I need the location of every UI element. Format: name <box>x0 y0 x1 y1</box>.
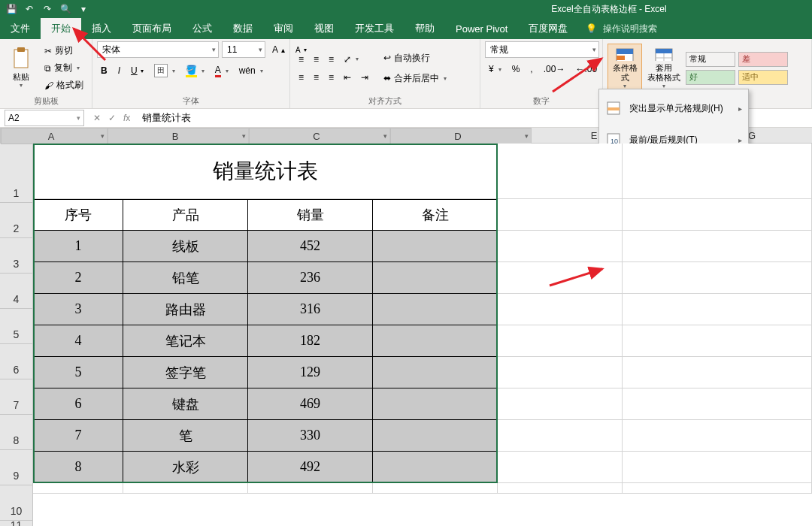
cell[interactable] <box>498 144 623 199</box>
italic-button[interactable]: I <box>114 64 124 77</box>
cell[interactable] <box>123 483 248 494</box>
cell[interactable] <box>373 452 498 483</box>
cell[interactable]: 键盘 <box>123 388 248 420</box>
row-header-5[interactable]: 5 <box>0 309 33 344</box>
name-box[interactable]: A2▾ <box>5 110 84 126</box>
save-icon[interactable]: 💾 <box>6 4 17 14</box>
cell[interactable] <box>373 294 498 325</box>
cell[interactable]: 2 <box>33 262 123 294</box>
cell[interactable] <box>373 262 498 294</box>
tab-powerpivot[interactable]: Power Pivot <box>445 18 518 39</box>
cell[interactable]: 签字笔 <box>123 357 248 388</box>
orientation-button[interactable]: ⤢ <box>340 53 362 66</box>
increase-font-button[interactable]: A▴ <box>268 43 289 56</box>
tab-baidu-netdisk[interactable]: 百度网盘 <box>518 18 578 39</box>
border-button[interactable]: 田 <box>150 62 179 79</box>
cell[interactable]: 序号 <box>33 199 123 231</box>
underline-button[interactable]: U▾ <box>127 64 147 77</box>
cell[interactable] <box>623 325 812 357</box>
cell[interactable] <box>498 262 623 294</box>
cell[interactable] <box>623 483 812 494</box>
cell[interactable] <box>623 388 812 420</box>
cut-button[interactable]: ✂剪切 <box>41 43 87 59</box>
cell[interactable] <box>623 199 812 231</box>
cell[interactable]: 路由器 <box>123 294 248 325</box>
row-header-1[interactable]: 1 <box>0 144 33 203</box>
cell[interactable] <box>373 388 498 420</box>
align-bottom-button[interactable]: ≡ <box>325 53 338 66</box>
tab-file[interactable]: 文件 <box>0 18 41 39</box>
cell[interactable] <box>498 231 623 262</box>
comma-button[interactable]: , <box>526 62 536 76</box>
cell[interactable] <box>623 144 812 199</box>
enter-icon[interactable]: ✓ <box>108 113 116 123</box>
increase-decimal-button[interactable]: .00→ <box>540 62 569 76</box>
cell[interactable] <box>498 483 623 494</box>
qat-more-icon[interactable]: ▾ <box>78 4 89 14</box>
cell[interactable] <box>623 231 812 262</box>
cell[interactable]: 销量统计表 <box>33 144 498 199</box>
cell[interactable]: 水彩 <box>123 452 248 483</box>
cell[interactable]: 1 <box>33 231 123 262</box>
style-neutral[interactable]: 适中 <box>738 70 788 85</box>
row-header-4[interactable]: 4 <box>0 274 33 309</box>
cell[interactable]: 8 <box>33 452 123 483</box>
col-header-B[interactable]: B <box>108 128 249 144</box>
cell[interactable]: 330 <box>248 420 373 452</box>
cell[interactable] <box>373 231 498 262</box>
cell[interactable]: 492 <box>248 452 373 483</box>
cell[interactable] <box>373 483 498 494</box>
wrap-text-button[interactable]: ↩自动换行 <box>380 50 450 66</box>
tab-help[interactable]: 帮助 <box>404 18 445 39</box>
cell[interactable]: 笔 <box>123 420 248 452</box>
tab-review[interactable]: 审阅 <box>263 18 304 39</box>
indent-dec-button[interactable]: ⇤ <box>340 71 355 84</box>
cell[interactable]: 备注 <box>373 199 498 231</box>
tell-me-input[interactable] <box>601 23 680 35</box>
tab-view[interactable]: 视图 <box>304 18 344 39</box>
phonetic-button[interactable]: wén <box>235 64 267 77</box>
cell[interactable] <box>248 483 373 494</box>
cell[interactable] <box>373 420 498 452</box>
row-header-2[interactable]: 2 <box>0 203 33 238</box>
row-header-9[interactable]: 9 <box>0 450 33 485</box>
number-format-select[interactable]: 常规 <box>485 41 599 58</box>
cell[interactable] <box>623 420 812 452</box>
row-header-8[interactable]: 8 <box>0 415 33 450</box>
fill-color-button[interactable]: 🪣 <box>182 63 208 79</box>
worksheet[interactable]: 1234567891011 销量统计表序号产品销量备注1线板4522铅笔2363… <box>0 144 812 526</box>
cell[interactable] <box>498 357 623 388</box>
cell[interactable]: 笔记本 <box>123 325 248 357</box>
tab-developer[interactable]: 开发工具 <box>344 18 404 39</box>
cell[interactable] <box>498 199 623 231</box>
col-header-A[interactable]: A <box>1 128 108 144</box>
cell[interactable]: 452 <box>248 231 373 262</box>
tab-insert[interactable]: 插入 <box>81 18 122 39</box>
row-header-11[interactable]: 11 <box>0 521 33 526</box>
align-left-button[interactable]: ≡ <box>295 71 308 84</box>
col-header-C[interactable]: C <box>249 128 390 144</box>
style-good[interactable]: 好 <box>686 70 735 85</box>
bold-button[interactable]: B <box>97 64 111 77</box>
cell[interactable]: 129 <box>248 357 373 388</box>
cancel-icon[interactable]: ✕ <box>93 113 101 123</box>
redo-icon[interactable]: ↷ <box>42 4 53 14</box>
cell[interactable] <box>623 294 812 325</box>
cell[interactable] <box>498 420 623 452</box>
cell[interactable] <box>498 452 623 483</box>
cell[interactable]: 5 <box>33 357 123 388</box>
cell[interactable] <box>373 325 498 357</box>
paste-button[interactable]: 粘贴 ▾ <box>5 44 38 93</box>
tell-me[interactable]: 💡 <box>578 18 687 39</box>
font-size-select[interactable]: 11 <box>222 41 265 58</box>
currency-button[interactable]: ¥ <box>485 62 505 76</box>
cell[interactable] <box>623 262 812 294</box>
cell[interactable]: 6 <box>33 388 123 420</box>
align-middle-button[interactable]: ≡ <box>310 53 323 66</box>
row-header-10[interactable]: 10 <box>0 485 33 521</box>
tab-page-layout[interactable]: 页面布局 <box>122 18 182 39</box>
cell[interactable]: 236 <box>248 262 373 294</box>
font-name-select[interactable]: 宋体 <box>97 41 219 58</box>
percent-button[interactable]: % <box>508 62 524 76</box>
format-painter-button[interactable]: 🖌格式刷 <box>41 77 87 93</box>
